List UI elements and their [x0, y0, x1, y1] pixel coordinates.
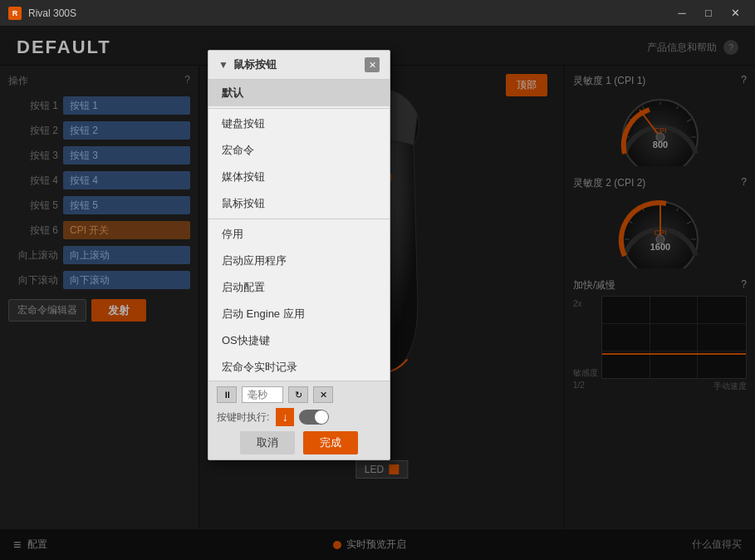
exec-down-button[interactable]: ↓	[276, 408, 294, 426]
footer-actions: 取消 完成	[217, 431, 381, 454]
dropdown-item-0[interactable]: 默认	[208, 80, 390, 106]
dropdown-item-4[interactable]: 鼠标按钮	[208, 190, 390, 217]
minimize-button[interactable]: ─	[670, 4, 694, 22]
dropdown-footer: ⏸ ↻ ✕ 按键时执行: ↓ 取消 完成	[208, 381, 390, 459]
dropdown-header: ▼ 鼠标按钮 ✕	[208, 51, 390, 80]
maximize-button[interactable]: □	[697, 4, 720, 22]
exec-label: 按键时执行:	[217, 410, 269, 425]
dropdown-title: 鼠标按钮	[233, 57, 277, 72]
pause-button[interactable]: ⏸	[217, 386, 237, 403]
repeat-button[interactable]: ↻	[288, 386, 308, 403]
dropdown-item-7[interactable]: 启动应用程序	[208, 248, 390, 274]
dropdown-item-3[interactable]: 媒体按钮	[208, 164, 390, 190]
dropdown-item-11[interactable]: 宏命令实时记录	[208, 354, 390, 381]
window-controls: ─ □ ✕	[670, 4, 747, 22]
done-button[interactable]: 完成	[303, 431, 358, 454]
execution-row: 按键时执行: ↓	[217, 408, 381, 426]
toggle-knob	[315, 410, 328, 424]
dropdown-item-2[interactable]: 宏命令	[208, 137, 390, 164]
close-button[interactable]: ✕	[723, 4, 747, 22]
dropdown-item-1[interactable]: 键盘按钮	[208, 111, 390, 137]
window-title: Rival 300S	[28, 7, 670, 19]
footer-close-button[interactable]: ✕	[313, 386, 333, 403]
dropdown-item-8[interactable]: 启动配置	[208, 274, 390, 301]
title-bar: R Rival 300S ─ □ ✕	[0, 0, 755, 27]
dropdown-divider-1	[208, 108, 390, 109]
exec-toggle[interactable]	[299, 410, 329, 425]
dropdown-item-9[interactable]: 启动 Engine 应用	[208, 301, 390, 327]
dropdown-close-button[interactable]: ✕	[365, 57, 380, 72]
seconds-input[interactable]	[242, 386, 283, 403]
cancel-button[interactable]: 取消	[240, 431, 295, 454]
dropdown-item-6[interactable]: 停用	[208, 221, 390, 248]
dropdown-divider-2	[208, 219, 390, 219]
app-icon: R	[8, 7, 22, 20]
dropdown-arrow-icon: ▼	[218, 59, 228, 71]
dropdown-item-10[interactable]: OS快捷键	[208, 327, 390, 354]
dropdown-panel: ▼ 鼠标按钮 ✕ 默认 键盘按钮 宏命令 媒体按钮 鼠标按钮 停用 启动应用程序…	[208, 50, 390, 460]
